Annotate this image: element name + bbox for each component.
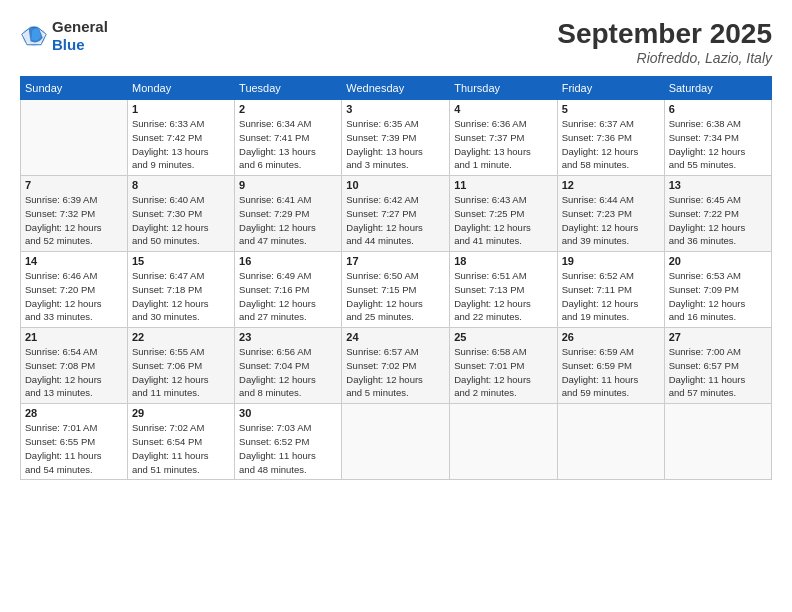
calendar-cell: 29Sunrise: 7:02 AMSunset: 6:54 PMDayligh… [128, 404, 235, 480]
day-info: Sunrise: 6:56 AMSunset: 7:04 PMDaylight:… [239, 345, 337, 400]
calendar-week-row: 14Sunrise: 6:46 AMSunset: 7:20 PMDayligh… [21, 252, 772, 328]
calendar-cell: 28Sunrise: 7:01 AMSunset: 6:55 PMDayligh… [21, 404, 128, 480]
day-number: 16 [239, 255, 337, 267]
calendar-cell: 11Sunrise: 6:43 AMSunset: 7:25 PMDayligh… [450, 176, 557, 252]
day-number: 15 [132, 255, 230, 267]
day-info: Sunrise: 6:42 AMSunset: 7:27 PMDaylight:… [346, 193, 445, 248]
calendar-cell: 13Sunrise: 6:45 AMSunset: 7:22 PMDayligh… [664, 176, 771, 252]
calendar-cell: 9Sunrise: 6:41 AMSunset: 7:29 PMDaylight… [235, 176, 342, 252]
calendar-cell: 27Sunrise: 7:00 AMSunset: 6:57 PMDayligh… [664, 328, 771, 404]
day-number: 30 [239, 407, 337, 419]
day-number: 18 [454, 255, 552, 267]
page: General Blue September 2025 Riofreddo, L… [0, 0, 792, 612]
day-info: Sunrise: 6:37 AMSunset: 7:36 PMDaylight:… [562, 117, 660, 172]
logo-text: General Blue [52, 18, 108, 54]
day-number: 22 [132, 331, 230, 343]
day-info: Sunrise: 6:51 AMSunset: 7:13 PMDaylight:… [454, 269, 552, 324]
day-number: 6 [669, 103, 767, 115]
weekday-header: Monday [128, 77, 235, 100]
calendar-cell [450, 404, 557, 480]
day-info: Sunrise: 6:46 AMSunset: 7:20 PMDaylight:… [25, 269, 123, 324]
header: General Blue September 2025 Riofreddo, L… [20, 18, 772, 66]
calendar-week-row: 28Sunrise: 7:01 AMSunset: 6:55 PMDayligh… [21, 404, 772, 480]
calendar-cell: 20Sunrise: 6:53 AMSunset: 7:09 PMDayligh… [664, 252, 771, 328]
day-number: 21 [25, 331, 123, 343]
day-number: 12 [562, 179, 660, 191]
day-info: Sunrise: 6:33 AMSunset: 7:42 PMDaylight:… [132, 117, 230, 172]
day-number: 13 [669, 179, 767, 191]
title-block: September 2025 Riofreddo, Lazio, Italy [557, 18, 772, 66]
calendar-cell: 18Sunrise: 6:51 AMSunset: 7:13 PMDayligh… [450, 252, 557, 328]
day-info: Sunrise: 6:40 AMSunset: 7:30 PMDaylight:… [132, 193, 230, 248]
day-number: 4 [454, 103, 552, 115]
weekday-header: Tuesday [235, 77, 342, 100]
calendar-cell: 10Sunrise: 6:42 AMSunset: 7:27 PMDayligh… [342, 176, 450, 252]
calendar-cell: 19Sunrise: 6:52 AMSunset: 7:11 PMDayligh… [557, 252, 664, 328]
weekday-header: Thursday [450, 77, 557, 100]
calendar-cell: 1Sunrise: 6:33 AMSunset: 7:42 PMDaylight… [128, 100, 235, 176]
weekday-header: Saturday [664, 77, 771, 100]
calendar-cell: 16Sunrise: 6:49 AMSunset: 7:16 PMDayligh… [235, 252, 342, 328]
day-info: Sunrise: 6:34 AMSunset: 7:41 PMDaylight:… [239, 117, 337, 172]
weekday-header: Wednesday [342, 77, 450, 100]
day-number: 26 [562, 331, 660, 343]
calendar-cell: 8Sunrise: 6:40 AMSunset: 7:30 PMDaylight… [128, 176, 235, 252]
day-info: Sunrise: 6:54 AMSunset: 7:08 PMDaylight:… [25, 345, 123, 400]
logo: General Blue [20, 18, 108, 54]
day-info: Sunrise: 7:02 AMSunset: 6:54 PMDaylight:… [132, 421, 230, 476]
day-info: Sunrise: 6:47 AMSunset: 7:18 PMDaylight:… [132, 269, 230, 324]
calendar: SundayMondayTuesdayWednesdayThursdayFrid… [20, 76, 772, 480]
day-number: 11 [454, 179, 552, 191]
day-number: 2 [239, 103, 337, 115]
day-number: 8 [132, 179, 230, 191]
day-number: 25 [454, 331, 552, 343]
day-number: 14 [25, 255, 123, 267]
day-number: 23 [239, 331, 337, 343]
calendar-cell: 14Sunrise: 6:46 AMSunset: 7:20 PMDayligh… [21, 252, 128, 328]
day-info: Sunrise: 7:00 AMSunset: 6:57 PMDaylight:… [669, 345, 767, 400]
calendar-cell: 23Sunrise: 6:56 AMSunset: 7:04 PMDayligh… [235, 328, 342, 404]
day-info: Sunrise: 6:36 AMSunset: 7:37 PMDaylight:… [454, 117, 552, 172]
logo-icon [20, 22, 48, 50]
calendar-week-row: 7Sunrise: 6:39 AMSunset: 7:32 PMDaylight… [21, 176, 772, 252]
day-info: Sunrise: 6:43 AMSunset: 7:25 PMDaylight:… [454, 193, 552, 248]
calendar-cell [21, 100, 128, 176]
day-info: Sunrise: 6:50 AMSunset: 7:15 PMDaylight:… [346, 269, 445, 324]
day-info: Sunrise: 6:58 AMSunset: 7:01 PMDaylight:… [454, 345, 552, 400]
day-info: Sunrise: 6:45 AMSunset: 7:22 PMDaylight:… [669, 193, 767, 248]
day-info: Sunrise: 6:52 AMSunset: 7:11 PMDaylight:… [562, 269, 660, 324]
day-number: 9 [239, 179, 337, 191]
day-info: Sunrise: 6:39 AMSunset: 7:32 PMDaylight:… [25, 193, 123, 248]
day-number: 7 [25, 179, 123, 191]
day-number: 27 [669, 331, 767, 343]
day-number: 29 [132, 407, 230, 419]
day-number: 1 [132, 103, 230, 115]
day-info: Sunrise: 6:41 AMSunset: 7:29 PMDaylight:… [239, 193, 337, 248]
calendar-cell: 25Sunrise: 6:58 AMSunset: 7:01 PMDayligh… [450, 328, 557, 404]
month-title: September 2025 [557, 18, 772, 50]
day-number: 20 [669, 255, 767, 267]
calendar-cell: 3Sunrise: 6:35 AMSunset: 7:39 PMDaylight… [342, 100, 450, 176]
day-number: 3 [346, 103, 445, 115]
weekday-header: Sunday [21, 77, 128, 100]
day-number: 28 [25, 407, 123, 419]
calendar-cell: 5Sunrise: 6:37 AMSunset: 7:36 PMDaylight… [557, 100, 664, 176]
calendar-cell: 15Sunrise: 6:47 AMSunset: 7:18 PMDayligh… [128, 252, 235, 328]
day-info: Sunrise: 6:59 AMSunset: 6:59 PMDaylight:… [562, 345, 660, 400]
calendar-cell: 24Sunrise: 6:57 AMSunset: 7:02 PMDayligh… [342, 328, 450, 404]
weekday-header-row: SundayMondayTuesdayWednesdayThursdayFrid… [21, 77, 772, 100]
weekday-header: Friday [557, 77, 664, 100]
calendar-week-row: 21Sunrise: 6:54 AMSunset: 7:08 PMDayligh… [21, 328, 772, 404]
day-number: 10 [346, 179, 445, 191]
day-info: Sunrise: 6:57 AMSunset: 7:02 PMDaylight:… [346, 345, 445, 400]
day-info: Sunrise: 6:35 AMSunset: 7:39 PMDaylight:… [346, 117, 445, 172]
day-info: Sunrise: 7:01 AMSunset: 6:55 PMDaylight:… [25, 421, 123, 476]
calendar-cell [342, 404, 450, 480]
day-number: 17 [346, 255, 445, 267]
day-number: 5 [562, 103, 660, 115]
calendar-cell: 22Sunrise: 6:55 AMSunset: 7:06 PMDayligh… [128, 328, 235, 404]
day-info: Sunrise: 6:53 AMSunset: 7:09 PMDaylight:… [669, 269, 767, 324]
calendar-cell: 6Sunrise: 6:38 AMSunset: 7:34 PMDaylight… [664, 100, 771, 176]
day-info: Sunrise: 6:49 AMSunset: 7:16 PMDaylight:… [239, 269, 337, 324]
day-info: Sunrise: 6:55 AMSunset: 7:06 PMDaylight:… [132, 345, 230, 400]
